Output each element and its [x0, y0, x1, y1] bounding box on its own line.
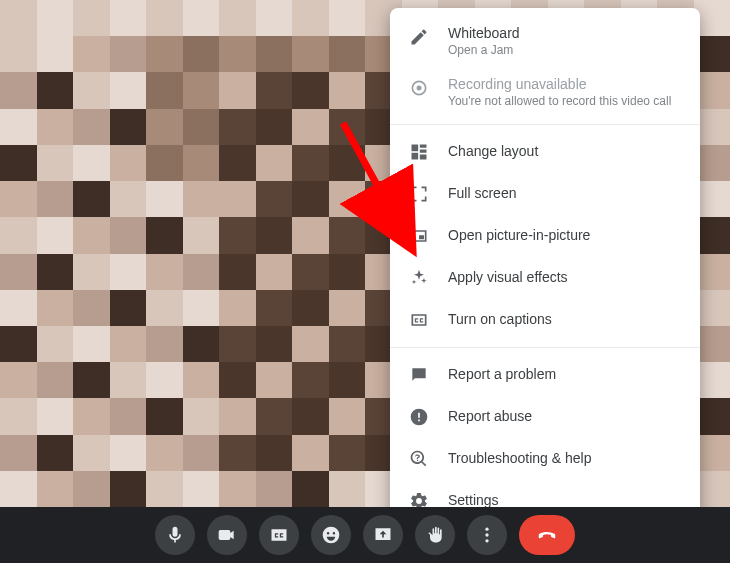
menu-label: Whiteboard: [448, 24, 520, 42]
menu-item-captions[interactable]: Turn on captions: [390, 299, 700, 341]
menu-item-pip[interactable]: Open picture-in-picture: [390, 215, 700, 257]
record-icon: [408, 77, 430, 99]
menu-label: Apply visual effects: [448, 268, 568, 286]
mic-button[interactable]: [155, 515, 195, 555]
pip-icon: [408, 225, 430, 247]
captions-icon: [408, 309, 430, 331]
feedback-icon: [408, 364, 430, 386]
menu-item-recording: Recording unavailable You're not allowed…: [390, 67, 700, 118]
menu-label: Full screen: [448, 184, 516, 202]
more-options-button[interactable]: [467, 515, 507, 555]
help-search-icon: [408, 448, 430, 470]
call-controls: [0, 507, 730, 563]
layout-icon: [408, 141, 430, 163]
menu-item-full-screen[interactable]: Full screen: [390, 173, 700, 215]
menu-label: Change layout: [448, 142, 538, 160]
camera-button[interactable]: [207, 515, 247, 555]
menu-label: Open picture-in-picture: [448, 226, 590, 244]
menu-label: Report a problem: [448, 365, 556, 383]
menu-item-troubleshooting[interactable]: Troubleshooting & help: [390, 438, 700, 480]
menu-label: Troubleshooting & help: [448, 449, 591, 467]
menu-item-report-abuse[interactable]: Report abuse: [390, 396, 700, 438]
svg-point-1: [417, 85, 422, 90]
menu-sublabel: Open a Jam: [448, 43, 520, 59]
menu-item-visual-effects[interactable]: Apply visual effects: [390, 257, 700, 299]
menu-item-report-problem[interactable]: Report a problem: [390, 354, 700, 396]
captions-button[interactable]: [259, 515, 299, 555]
report-icon: [408, 406, 430, 428]
raise-hand-button[interactable]: [415, 515, 455, 555]
menu-item-change-layout[interactable]: Change layout: [390, 131, 700, 173]
menu-divider: [390, 124, 700, 125]
menu-item-whiteboard[interactable]: Whiteboard Open a Jam: [390, 16, 700, 67]
more-options-menu: Whiteboard Open a Jam Recording unavaila…: [390, 8, 700, 530]
end-call-button[interactable]: [519, 515, 575, 555]
fullscreen-icon: [408, 183, 430, 205]
svg-point-4: [485, 533, 488, 536]
pencil-icon: [408, 26, 430, 48]
present-button[interactable]: [363, 515, 403, 555]
svg-point-5: [485, 539, 488, 542]
menu-label: Turn on captions: [448, 310, 552, 328]
menu-divider: [390, 347, 700, 348]
menu-label: Recording unavailable: [448, 75, 671, 93]
sparkle-icon: [408, 267, 430, 289]
menu-label: Report abuse: [448, 407, 532, 425]
reactions-button[interactable]: [311, 515, 351, 555]
svg-point-3: [485, 528, 488, 531]
menu-sublabel: You're not allowed to record this video …: [448, 94, 671, 110]
